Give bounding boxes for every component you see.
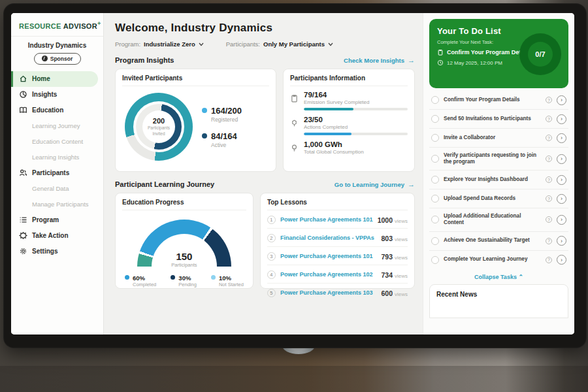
sidebar-item-label: General Data xyxy=(32,185,69,192)
sidebar-item-label: Manage Participants xyxy=(32,201,89,208)
task-row-invite-collaborator[interactable]: Invite a Collaborator ? › xyxy=(429,129,568,148)
sidebar-item-label: Education xyxy=(32,106,63,114)
dashboard-screen: RESOURCE ADVISOR+ Industry Dynamics Spon… xyxy=(11,13,574,335)
sidebar-item-participants[interactable]: Participants xyxy=(11,165,103,181)
lesson-rank: 2 xyxy=(267,234,276,242)
sidebar-item-label: Home xyxy=(32,75,50,82)
chevron-right-icon[interactable]: › xyxy=(557,114,566,124)
task-row-complete-learning-journey[interactable]: Complete Your Learning Journey ? › xyxy=(429,251,568,269)
card-title: Invited Participants xyxy=(122,74,269,86)
info-icon[interactable]: ? xyxy=(546,155,552,162)
go-to-learning-journey-link[interactable]: Go to Learning Journey → xyxy=(335,181,415,188)
task-label: Confirm Your Program Details xyxy=(444,97,541,104)
progress-fill xyxy=(304,108,353,110)
chevron-right-icon[interactable]: › xyxy=(557,215,566,225)
sidebar-nav: Home Insights Education Learning Journey… xyxy=(11,71,103,259)
task-checkbox[interactable] xyxy=(431,195,439,203)
lesson-link[interactable]: Power Purchase Agreements 101 xyxy=(280,216,373,223)
chevron-right-icon[interactable]: › xyxy=(557,236,566,246)
task-row-upload-spend-data[interactable]: Upload Spend Data Records ? › xyxy=(429,189,568,208)
sidebar-item-education-content[interactable]: Education Content xyxy=(11,134,103,150)
list-icon xyxy=(19,216,27,224)
donut-center-value: 200 xyxy=(153,117,165,125)
task-label: Verify participants requesting to join t… xyxy=(444,152,541,166)
chevron-right-icon[interactable]: › xyxy=(557,255,566,265)
task-label: Achieve One Sustainability Target xyxy=(444,237,541,244)
chevron-down-icon xyxy=(199,42,204,46)
chevron-right-icon[interactable]: › xyxy=(557,154,566,164)
sidebar-item-learning-insights[interactable]: Learning Insights xyxy=(11,150,103,165)
info-icon[interactable]: ? xyxy=(546,257,552,263)
legend-pending: 30% Pending xyxy=(171,274,197,287)
lesson-link[interactable]: Power Purchase Agreements 103 xyxy=(280,289,377,296)
task-checkbox[interactable] xyxy=(431,115,439,123)
chevron-right-icon[interactable]: › xyxy=(557,133,566,143)
lesson-link[interactable]: Power Purchase Agreements 102 xyxy=(280,271,377,278)
chevron-right-icon[interactable]: › xyxy=(557,175,566,185)
sidebar-item-insights[interactable]: Insights xyxy=(11,87,103,103)
task-checkbox[interactable] xyxy=(431,256,439,264)
task-row-achieve-target[interactable]: Achieve One Sustainability Target ? › xyxy=(429,232,568,251)
program-filter[interactable]: Program: Industrialize Zero xyxy=(115,41,204,48)
task-row-explore-insights[interactable]: Explore Your Insights Dashboard ? › xyxy=(429,171,568,189)
stat-value: 1,000 GWh xyxy=(304,140,408,148)
clipboard-icon xyxy=(290,93,299,102)
task-row-confirm-program[interactable]: Confirm Your Program Details ? › xyxy=(429,91,568,110)
sidebar-item-home[interactable]: Home xyxy=(11,71,98,87)
task-row-upload-educational-content[interactable]: Upload Additional Educational Content ? … xyxy=(429,208,568,231)
desk-shadow xyxy=(0,366,588,392)
sidebar-item-program[interactable]: Program xyxy=(11,212,103,228)
participants-filter-value: Only My Participants xyxy=(263,41,325,48)
task-row-send-invitations[interactable]: Send 50 Invitations to Participants ? › xyxy=(429,110,568,129)
info-icon[interactable]: ? xyxy=(546,176,552,183)
task-checkbox[interactable] xyxy=(431,237,439,245)
legend-dot xyxy=(171,275,175,280)
actions-completed-stat: 23/50 Actions Completed xyxy=(290,116,408,135)
info-icon[interactable]: ? xyxy=(546,97,552,103)
info-icon[interactable]: ? xyxy=(546,195,552,202)
sidebar-item-take-action[interactable]: Take Action xyxy=(11,228,103,244)
book-icon xyxy=(19,106,27,114)
task-row-verify-participants[interactable]: Verify participants requesting to join t… xyxy=(429,148,568,171)
task-checkbox[interactable] xyxy=(431,155,439,163)
legend-completed: 60% Completed xyxy=(125,274,156,287)
chevron-right-icon[interactable]: › xyxy=(557,194,566,204)
info-icon[interactable]: ? xyxy=(546,116,552,122)
program-filter-label: Program: xyxy=(115,41,140,48)
lesson-row: 4 Power Purchase Agreements 102 734views xyxy=(267,265,408,284)
clipboard-icon xyxy=(437,49,444,56)
section-title: Participant Learning Journey xyxy=(115,180,214,188)
org-name: Industry Dynamics xyxy=(11,42,103,49)
sidebar-item-manage-participants[interactable]: Manage Participants xyxy=(11,197,103,212)
gauge-center: 150 Participants xyxy=(137,251,231,268)
collapse-tasks-link[interactable]: Collapse Tasks ⌃ xyxy=(429,269,568,284)
task-checkbox[interactable] xyxy=(431,176,439,184)
info-icon[interactable]: ? xyxy=(546,238,552,244)
lesson-link[interactable]: Power Purchase Agreements 101 xyxy=(280,253,377,259)
sidebar-item-settings[interactable]: Settings xyxy=(11,244,103,259)
sponsor-badge[interactable]: Sponsor xyxy=(34,53,81,65)
task-label: Explore Your Insights Dashboard xyxy=(444,176,541,184)
education-progress-card: Education Progress 150 Participants 60% … xyxy=(115,193,253,289)
lesson-link[interactable]: Financial Considerations - VPPAs xyxy=(280,235,377,241)
sidebar-item-education[interactable]: Education xyxy=(11,103,103,118)
todo-summary-card[interactable]: Your To Do List Complete Your Next Task:… xyxy=(429,19,568,88)
lesson-views: 793 xyxy=(381,253,393,261)
check-more-insights-link[interactable]: Check More Insights → xyxy=(344,57,415,64)
legend-label: Registered xyxy=(211,116,242,123)
home-icon xyxy=(19,74,27,83)
sidebar-item-general-data[interactable]: General Data xyxy=(11,181,103,197)
participants-filter[interactable]: Participants: Only My Participants xyxy=(226,41,333,48)
sidebar-item-learning-journey[interactable]: Learning Journey xyxy=(11,118,103,134)
link-label: Check More Insights xyxy=(344,57,404,64)
task-checkbox[interactable] xyxy=(431,216,439,223)
chevron-right-icon[interactable]: › xyxy=(557,95,566,105)
filters-row: Program: Industrialize Zero Participants… xyxy=(115,41,415,48)
info-icon[interactable]: ? xyxy=(546,216,552,223)
actions-gear-icon xyxy=(290,118,299,127)
stat-label: Actions Completed xyxy=(304,124,408,130)
task-checkbox[interactable] xyxy=(431,134,439,142)
task-checkbox[interactable] xyxy=(431,96,439,104)
legend-label: Not Started xyxy=(219,282,244,287)
info-icon[interactable]: ? xyxy=(546,135,552,141)
